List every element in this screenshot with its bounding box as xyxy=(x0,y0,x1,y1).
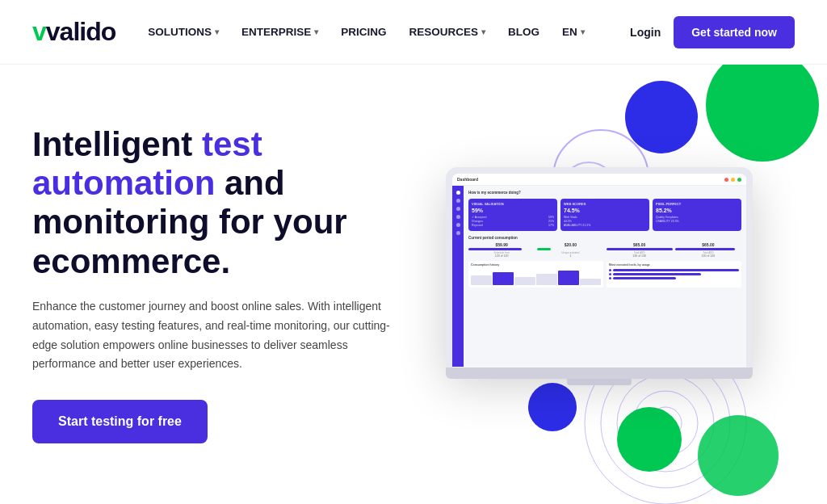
bar-3 xyxy=(514,277,535,285)
score-pixel-value: 85.2% xyxy=(656,208,738,213)
con-sub-4: 130 of 120 xyxy=(675,254,741,258)
con-item-3: $65.00 Total ADD 130 of 130 xyxy=(607,242,673,258)
deco-circle-blue-bottom xyxy=(528,383,577,431)
dashboard-header: Dashboard xyxy=(452,174,746,186)
chevron-down-icon: ▾ xyxy=(215,27,219,36)
most-executed-card: Most executed tools, by usage xyxy=(607,261,741,288)
tool-bars xyxy=(609,269,739,279)
hero-section: Intelligent test automation and monitori… xyxy=(0,65,827,504)
tool-dot-2 xyxy=(609,273,611,275)
laptop-stand xyxy=(567,379,632,385)
nav-resources[interactable]: RESOURCES ▾ xyxy=(409,26,486,38)
score-card-web: WEB SCORES 74.5% Web Vitals 44.5% AVAILA… xyxy=(560,199,649,231)
hero-visual: Dashboard xyxy=(436,65,795,504)
score-row: Quality Templates xyxy=(656,216,738,219)
dashboard-body: How is my ecommerce doing? VISUAL VALIDA… xyxy=(452,186,746,367)
tool-dot-3 xyxy=(609,277,611,279)
deco-circle-green-bottom-mid xyxy=(617,407,682,472)
sidebar-dot-6 xyxy=(456,231,460,235)
consumption-history-card: Consumption history xyxy=(468,261,603,288)
nav-pricing[interactable]: PRICING xyxy=(341,26,386,38)
consumption-items: $59.99 Schedule from 120 of 120 $20.00 U xyxy=(468,242,741,258)
con-amount-2: $20.00 xyxy=(537,242,603,247)
con-sub-3: 130 of 130 xyxy=(607,254,673,258)
score-row: USABILITY 23.5% xyxy=(656,220,738,223)
nav-right: Login Get started now xyxy=(630,16,795,48)
chevron-down-icon: ▾ xyxy=(481,27,485,36)
score-pixel-rows: Quality Templates USABILITY 23.5% xyxy=(656,216,738,223)
tool-bar-3 xyxy=(609,277,739,279)
sidebar-dot-3 xyxy=(456,207,460,211)
laptop-mockup: Dashboard xyxy=(446,167,753,385)
nav-enterprise[interactable]: ENTERPRISE ▾ xyxy=(241,26,318,38)
tool-dot-1 xyxy=(609,269,611,271)
nav-blog[interactable]: BLOG xyxy=(508,26,539,38)
hero-content: Intelligent test automation and monitori… xyxy=(32,125,436,443)
maximize-dot xyxy=(737,178,741,182)
tool-progress-1 xyxy=(613,269,739,271)
start-testing-button[interactable]: Start testing for free xyxy=(32,400,208,443)
sidebar-dot-4 xyxy=(456,215,460,219)
bar-6 xyxy=(580,279,601,285)
consumption-history-title: Consumption history xyxy=(471,263,601,267)
most-executed-title: Most executed tools, by usage xyxy=(609,263,739,267)
score-row: ✓ Accepted59% xyxy=(472,216,554,219)
score-cards: VISUAL VALIDATION 59% ✓ Accepted59% Chan… xyxy=(468,199,741,231)
con-item-4: $65.00 Total ADD 130 of 120 xyxy=(675,242,741,258)
logo[interactable]: vvalido xyxy=(32,17,115,47)
con-amount-4: $65.00 xyxy=(675,242,741,247)
login-button[interactable]: Login xyxy=(630,26,661,39)
chevron-down-icon: ▾ xyxy=(314,27,318,36)
con-item-2: $20.00 Unique activated 1 xyxy=(537,242,603,258)
score-visual-value: 59% xyxy=(472,208,554,213)
score-row: 44.5% xyxy=(564,220,646,223)
hero-title-part1: Intelligent xyxy=(32,125,202,163)
laptop-base xyxy=(446,368,753,379)
nav-links: SOLUTIONS ▾ ENTERPRISE ▾ PRICING RESOURC… xyxy=(148,26,630,38)
minimize-dot xyxy=(731,178,735,182)
consumption-history-chart xyxy=(471,269,601,285)
score-pixel-title: PIXEL PERFECT xyxy=(656,202,738,206)
dashboard-main: How is my ecommerce doing? VISUAL VALIDA… xyxy=(464,186,746,367)
hero-title: Intelligent test automation and monitori… xyxy=(32,125,436,281)
score-web-rows: Web Vitals 44.5% AVAILABILITY 21.5% xyxy=(564,216,646,227)
con-amount-1: $59.99 xyxy=(468,242,535,247)
get-started-button[interactable]: Get started now xyxy=(674,16,795,48)
laptop-screen: Dashboard xyxy=(452,174,746,368)
tool-bar-2 xyxy=(609,273,739,275)
window-controls xyxy=(724,178,741,182)
dashboard: Dashboard xyxy=(452,174,746,368)
con-sub-1: 120 of 120 xyxy=(468,254,535,258)
bar-1 xyxy=(471,275,492,285)
dashboard-subtitle: How is my ecommerce doing? xyxy=(468,191,741,195)
score-card-pixel: PIXEL PERFECT 85.2% Quality Templates US… xyxy=(653,199,741,231)
bar-2 xyxy=(493,272,514,285)
sidebar-dot-1 xyxy=(456,191,460,195)
con-sub-2: 1 xyxy=(537,254,603,258)
tool-bar-1 xyxy=(609,269,739,271)
logo-v-letter: v xyxy=(32,17,46,46)
nav-language[interactable]: EN ▾ xyxy=(562,26,585,38)
sidebar-dot-5 xyxy=(456,223,460,227)
con-item-1: $59.99 Schedule from 120 of 120 xyxy=(468,242,535,258)
sidebar-dot-2 xyxy=(456,199,460,203)
hero-description: Enhance the customer journey and boost o… xyxy=(32,297,404,374)
tool-progress-3 xyxy=(613,277,676,279)
con-bar-4 xyxy=(675,248,735,250)
bar-5 xyxy=(558,271,579,285)
logo-text: vvalido xyxy=(32,17,115,47)
con-amount-3: $65.00 xyxy=(607,242,673,247)
score-visual-rows: ✓ Accepted59% Changes21% Rejected17% xyxy=(472,216,554,227)
bottom-charts: Consumption history xyxy=(468,261,741,288)
nav-solutions[interactable]: SOLUTIONS ▾ xyxy=(148,26,219,38)
score-visual-title: VISUAL VALIDATION xyxy=(472,202,554,206)
navbar: vvalido SOLUTIONS ▾ ENTERPRISE ▾ PRICING… xyxy=(0,0,827,65)
laptop-body: Dashboard xyxy=(446,167,753,368)
tool-progress-2 xyxy=(613,273,701,275)
deco-circle-green-bottom-right xyxy=(698,415,779,496)
con-bar-3 xyxy=(607,248,673,250)
score-row: Rejected17% xyxy=(472,224,554,227)
score-row: Web Vitals xyxy=(564,216,646,219)
score-card-visual: VISUAL VALIDATION 59% ✓ Accepted59% Chan… xyxy=(468,199,557,231)
dashboard-title: Dashboard xyxy=(457,177,478,182)
